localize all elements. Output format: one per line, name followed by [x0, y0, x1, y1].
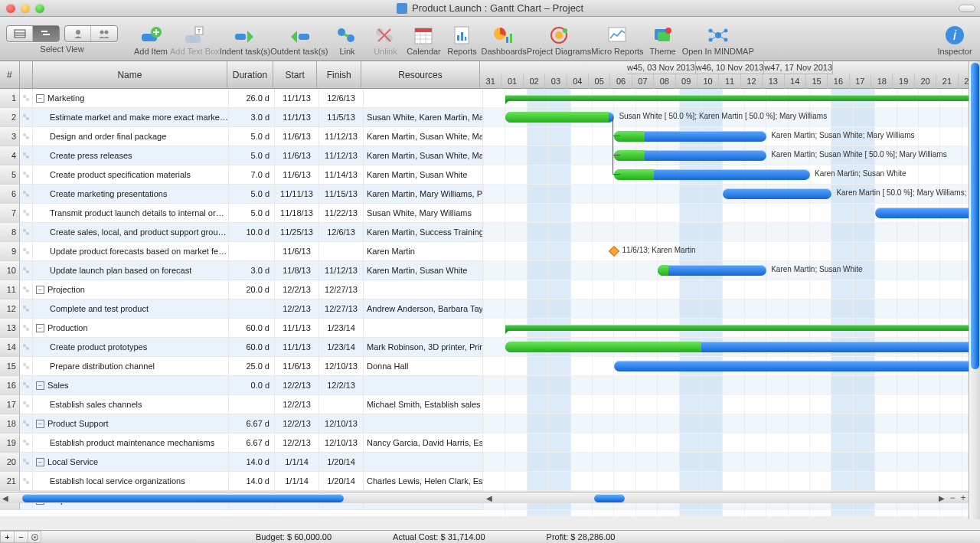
- resources-cell[interactable]: Andrew Anderson, Barbara Taylor, Thomas …: [364, 299, 483, 318]
- micro-reports-button[interactable]: Micro Reports: [591, 23, 643, 56]
- collapse-toggle[interactable]: −: [36, 286, 44, 294]
- task-name-cell[interactable]: Update product forecasts based on market…: [33, 242, 229, 260]
- table-row[interactable]: Update product forecasts based on market…: [20, 242, 484, 261]
- indent-button[interactable]: Indent task(s): [220, 23, 271, 56]
- row-number[interactable]: 4: [0, 146, 20, 165]
- start-cell[interactable]: 11/6/13: [275, 127, 319, 146]
- resources-cell[interactable]: Mark Robinson, 3D printer, Printing mate…: [364, 338, 483, 356]
- start-cell[interactable]: 12/2/13: [275, 395, 319, 414]
- start-cell[interactable]: 11/1/13: [275, 338, 319, 356]
- start-cell[interactable]: 12/2/13: [275, 433, 319, 452]
- start-cell[interactable]: 12/2/13: [275, 376, 319, 394]
- resources-cell[interactable]: Karen Martin, Susan White: [364, 165, 483, 184]
- finish-cell[interactable]: 12/6/13: [319, 223, 364, 241]
- left-hscroll[interactable]: ◀: [0, 492, 484, 503]
- table-row[interactable]: Create press releases5.0 d11/6/1311/12/1…: [20, 146, 484, 165]
- row-number[interactable]: 8: [0, 223, 20, 242]
- project-diagrams-button[interactable]: Project Diagrams: [527, 23, 591, 56]
- collapse-toggle[interactable]: −: [36, 94, 44, 103]
- table-row[interactable]: Complete and test product12/2/1312/27/13…: [20, 299, 484, 319]
- row-number[interactable]: 11: [0, 280, 20, 299]
- view-list-button[interactable]: [7, 26, 33, 41]
- collapse-toggle[interactable]: −: [36, 324, 44, 332]
- table-row[interactable]: −Marketing26.0 d11/1/1312/6/13: [20, 89, 484, 108]
- row-number[interactable]: 21: [0, 472, 20, 491]
- resources-cell[interactable]: Michael Smith, Establish sales channels: [364, 395, 483, 414]
- start-cell[interactable]: 11/6/13: [275, 242, 319, 260]
- row-number[interactable]: 10: [0, 261, 20, 280]
- inspector-button[interactable]: i Inspector: [936, 23, 974, 56]
- table-row[interactable]: Transmit product launch details to inter…: [20, 204, 484, 223]
- start-cell[interactable]: 1/1/14: [275, 472, 319, 490]
- duration-cell[interactable]: 0.0 d: [229, 376, 275, 394]
- add-text-box-button[interactable]: T Add Text Box: [170, 23, 220, 56]
- task-name-cell[interactable]: −Marketing: [33, 89, 229, 107]
- zoom-out-icon[interactable]: −: [947, 492, 958, 503]
- finish-cell[interactable]: 12/6/13: [319, 89, 364, 107]
- row-number[interactable]: 1: [0, 89, 20, 108]
- table-row[interactable]: Establish sales channels12/2/13Michael S…: [20, 395, 484, 414]
- reports-button[interactable]: Reports: [443, 23, 481, 56]
- finish-cell[interactable]: 1/23/14: [319, 319, 364, 337]
- resources-cell[interactable]: [364, 280, 483, 299]
- task-name-cell[interactable]: Create product specification materials: [33, 165, 229, 184]
- duration-cell[interactable]: 14.0 d: [229, 472, 275, 490]
- finish-cell[interactable]: [319, 242, 364, 260]
- open-mindmap-button[interactable]: Open In MINDMAP: [682, 23, 754, 56]
- task-name-cell[interactable]: Establish sales channels: [33, 395, 229, 414]
- duration-cell[interactable]: 60.0 d: [229, 338, 275, 356]
- summary-bar[interactable]: [505, 325, 980, 331]
- duration-cell[interactable]: 3.0 d: [229, 261, 275, 280]
- start-cell[interactable]: 1/1/14: [275, 453, 319, 471]
- resources-cell[interactable]: [364, 376, 483, 394]
- task-bar[interactable]: [723, 188, 831, 199]
- task-name-cell[interactable]: −Production: [33, 319, 229, 337]
- finish-cell[interactable]: 1/20/14: [319, 472, 364, 490]
- task-bar[interactable]: [658, 265, 766, 276]
- resources-cell[interactable]: [364, 89, 483, 107]
- resources-cell[interactable]: Donna Hall: [364, 357, 483, 375]
- duration-cell[interactable]: 10.0 d: [229, 223, 275, 241]
- finish-cell[interactable]: 11/22/13: [319, 204, 364, 222]
- task-bar[interactable]: [614, 169, 810, 180]
- table-row[interactable]: Prepare distribution channel25.0 d11/6/1…: [20, 357, 484, 376]
- task-name-cell[interactable]: Establish product maintenance mechanisms: [33, 433, 229, 452]
- view-resource-button[interactable]: [65, 26, 91, 41]
- table-row[interactable]: Establish local service organizations14.…: [20, 472, 484, 491]
- start-cell[interactable]: 11/11/13: [275, 185, 319, 203]
- duration-cell[interactable]: [229, 299, 275, 318]
- task-bar[interactable]: [505, 342, 980, 352]
- duration-cell[interactable]: 5.0 d: [229, 127, 275, 146]
- resources-cell[interactable]: Nancy Garcia, David Harris, Establish ma…: [364, 433, 483, 452]
- task-bar[interactable]: [505, 112, 614, 123]
- duration-cell[interactable]: 6.67 d: [229, 414, 275, 433]
- scroll-left-icon[interactable]: ◀: [484, 494, 495, 502]
- finish-cell[interactable]: 12/2/13: [319, 376, 364, 394]
- col-duration[interactable]: Duration: [227, 61, 273, 88]
- finish-cell[interactable]: 12/10/13: [319, 357, 364, 375]
- start-cell[interactable]: 11/8/13: [275, 261, 319, 280]
- table-row[interactable]: Create sales, local, and product support…: [20, 223, 484, 242]
- table-row[interactable]: Create marketing presentations5.0 d11/11…: [20, 185, 484, 204]
- window-fullscreen-button[interactable]: [959, 5, 975, 12]
- row-number[interactable]: 19: [0, 433, 20, 453]
- finish-cell[interactable]: 11/14/13: [319, 165, 364, 184]
- task-name-cell[interactable]: Estimate market and make more exact mark…: [33, 108, 229, 126]
- task-name-cell[interactable]: −Sales: [33, 376, 229, 394]
- finish-cell[interactable]: 12/10/13: [319, 433, 364, 452]
- row-number[interactable]: 18: [0, 414, 20, 433]
- summary-bar[interactable]: [505, 95, 980, 101]
- view-team-button[interactable]: [91, 26, 117, 41]
- resources-cell[interactable]: Karen Martin, Susan White: [364, 261, 483, 280]
- duration-cell[interactable]: [229, 242, 275, 260]
- start-cell[interactable]: 11/6/13: [275, 165, 319, 184]
- duration-cell[interactable]: 5.0 d: [229, 185, 275, 203]
- table-row[interactable]: −Production60.0 d11/1/131/23/14: [20, 319, 484, 338]
- duration-cell[interactable]: 5.0 d: [229, 204, 275, 222]
- table-row[interactable]: Design and order final package5.0 d11/6/…: [20, 127, 484, 146]
- start-cell[interactable]: 12/2/13: [275, 414, 319, 433]
- collapse-toggle[interactable]: −: [36, 420, 44, 428]
- zoom-in-icon[interactable]: +: [958, 492, 969, 503]
- task-name-cell[interactable]: −Projection: [33, 280, 229, 299]
- task-name-cell[interactable]: Create press releases: [33, 146, 229, 165]
